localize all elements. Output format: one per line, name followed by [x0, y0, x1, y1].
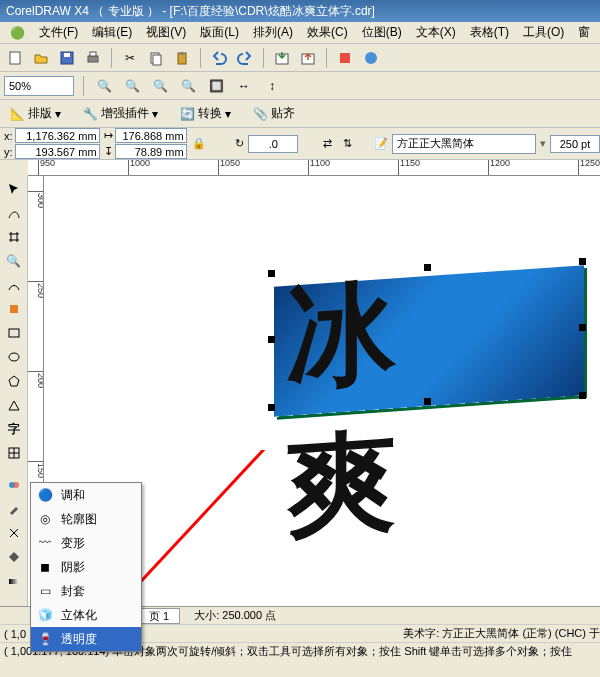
mirror-v-icon[interactable]: ⇅ [340, 133, 356, 155]
flyout-distort[interactable]: 〰变形 [31, 531, 141, 555]
interactive-blend-icon[interactable] [3, 474, 25, 496]
zoom-page-icon[interactable]: 🔲 [205, 75, 227, 97]
width-icon: ↦ [104, 129, 113, 142]
ellipse-tool-icon[interactable] [3, 346, 25, 368]
x-position-input[interactable] [15, 128, 100, 143]
cut-icon[interactable]: ✂ [119, 47, 141, 69]
menu-bar: 🟢 文件(F) 编辑(E) 视图(V) 版面(L) 排列(A) 效果(C) 位图… [0, 22, 600, 44]
contour-icon: ◎ [37, 511, 53, 527]
rotation-input[interactable] [248, 135, 298, 153]
selection-handle[interactable] [579, 324, 586, 331]
zoom-height-icon[interactable]: ↕ [261, 75, 283, 97]
svg-rect-11 [340, 53, 350, 63]
shape-tool-icon[interactable] [3, 202, 25, 224]
docker-tabs: 📐 排版 ▾ 🔧 增强插件 ▾ 🔄 转换 ▾ 📎 贴齐 [0, 100, 600, 128]
menu-file[interactable]: 文件(F) [33, 22, 84, 43]
pick-tool-icon[interactable] [3, 178, 25, 200]
zoom-toolbar: 🔍 🔍 🔍 🔍 🔲 ↔ ↕ [0, 72, 600, 100]
height-input[interactable] [115, 144, 187, 159]
selection-handle[interactable] [268, 270, 275, 277]
ruler-tick: 1100 [308, 160, 330, 176]
ruler-tick: 250 [28, 281, 44, 298]
interactive-fill-icon[interactable] [3, 570, 25, 592]
redo-icon[interactable] [234, 47, 256, 69]
app-launcher-icon[interactable] [334, 47, 356, 69]
lock-ratio-icon[interactable]: 🔒 [191, 133, 207, 155]
paste-icon[interactable] [171, 47, 193, 69]
menu-layout[interactable]: 版面(L) [194, 22, 245, 43]
copy-icon[interactable] [145, 47, 167, 69]
welcome-icon[interactable] [360, 47, 382, 69]
font-icon: 📝 [374, 137, 388, 150]
rectangle-tool-icon[interactable] [3, 322, 25, 344]
selection-handle[interactable] [424, 264, 431, 271]
menu-arrange[interactable]: 排列(A) [247, 22, 299, 43]
zoom-width-icon[interactable]: ↔ [233, 75, 255, 97]
selection-handle[interactable] [579, 392, 586, 399]
align-docker[interactable]: 📎 贴齐 [247, 103, 301, 124]
menu-text[interactable]: 文本(X) [410, 22, 462, 43]
zoom-in-icon[interactable]: 🔍 [93, 75, 115, 97]
open-icon[interactable] [30, 47, 52, 69]
font-size-input[interactable] [550, 135, 600, 153]
selection-handle[interactable] [579, 258, 586, 265]
title-bar: CorelDRAW X4 （ 专业版 ） - [F:\百度经验\CDR\炫酷冰爽… [0, 0, 600, 22]
polygon-tool-icon[interactable] [3, 370, 25, 392]
width-input[interactable] [115, 128, 187, 143]
flyout-extrude[interactable]: 🧊立体化 [31, 603, 141, 627]
menu-bitmap[interactable]: 位图(B) [356, 22, 408, 43]
outline-tool-icon[interactable] [3, 522, 25, 544]
property-bar: x: y: ↦ ↧ 🔒 ↻ ⇄ ⇅ 📝 ▾ [0, 128, 600, 160]
svg-rect-13 [10, 305, 18, 313]
arrange-docker[interactable]: 📐 排版 ▾ [4, 103, 67, 124]
zoom-selection-icon[interactable]: 🔍 [149, 75, 171, 97]
flyout-envelope[interactable]: ▭封套 [31, 579, 141, 603]
selection-handle[interactable] [424, 398, 431, 405]
flyout-shadow[interactable]: ◼阴影 [31, 555, 141, 579]
import-icon[interactable] [271, 47, 293, 69]
zoom-out-icon[interactable]: 🔍 [121, 75, 143, 97]
eyedropper-tool-icon[interactable] [3, 498, 25, 520]
save-icon[interactable] [56, 47, 78, 69]
y-position-input[interactable] [15, 144, 100, 159]
zoom-level-input[interactable] [4, 76, 74, 96]
undo-icon[interactable] [208, 47, 230, 69]
menu-tools[interactable]: 工具(O) [517, 22, 570, 43]
flyout-blend[interactable]: 🔵调和 [31, 483, 141, 507]
table-tool-icon[interactable] [3, 442, 25, 464]
zoom-all-icon[interactable]: 🔍 [177, 75, 199, 97]
basic-shapes-icon[interactable] [3, 394, 25, 416]
print-icon[interactable] [82, 47, 104, 69]
ruler-tick: 1050 [218, 160, 240, 176]
svg-point-18 [13, 482, 19, 488]
smartfill-tool-icon[interactable] [3, 298, 25, 320]
font-family-select[interactable] [392, 134, 536, 154]
menu-table[interactable]: 表格(T) [464, 22, 515, 43]
freehand-tool-icon[interactable] [3, 274, 25, 296]
zoom-tool-icon[interactable]: 🔍 [3, 250, 25, 272]
flyout-transparency[interactable]: 🍷透明度 [31, 627, 141, 651]
separator [263, 48, 264, 68]
menu-window[interactable]: 窗 [572, 22, 596, 43]
flyout-contour[interactable]: ◎轮廓图 [31, 507, 141, 531]
plugin-docker[interactable]: 🔧 增强插件 ▾ [77, 103, 164, 124]
convert-docker[interactable]: 🔄 转换 ▾ [174, 103, 237, 124]
export-icon[interactable] [297, 47, 319, 69]
page-tab[interactable]: 页 1 [138, 608, 180, 624]
distort-icon: 〰 [37, 535, 53, 551]
mirror-h-icon[interactable]: ⇄ [320, 133, 336, 155]
text-tool-icon[interactable]: 字 [3, 418, 25, 440]
crop-tool-icon[interactable] [3, 226, 25, 248]
status-coords: ( 1,0 [4, 628, 26, 640]
extrude-icon: 🧊 [37, 607, 53, 623]
size-readout: 大小: 250.000 点 [194, 608, 276, 623]
menu-view[interactable]: 视图(V) [140, 22, 192, 43]
fill-tool-icon[interactable] [3, 546, 25, 568]
shadow-icon: ◼ [37, 559, 53, 575]
menu-effects[interactable]: 效果(C) [301, 22, 354, 43]
ruler-tick: 200 [28, 371, 44, 388]
selection-handle[interactable] [268, 336, 275, 343]
selection-handle[interactable] [268, 404, 275, 411]
new-icon[interactable] [4, 47, 26, 69]
menu-edit[interactable]: 编辑(E) [86, 22, 138, 43]
